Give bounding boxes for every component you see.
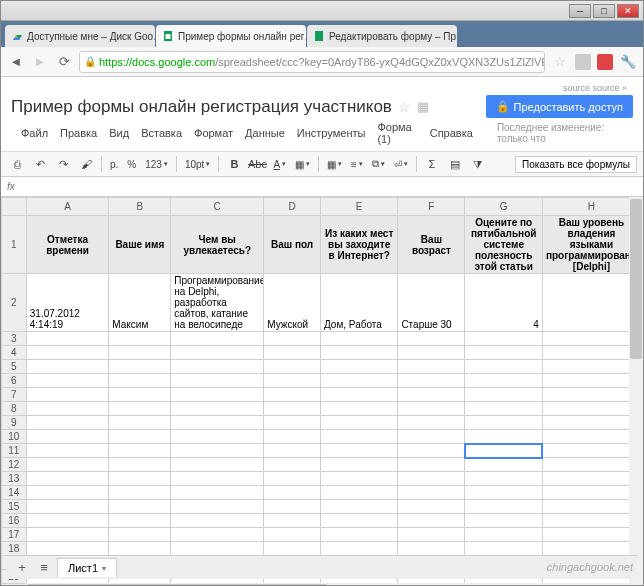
row-header[interactable]: 9 [2, 416, 27, 430]
header-cell[interactable]: Оцените по пятибальной системе полезност… [465, 216, 542, 274]
cell[interactable] [26, 486, 109, 500]
address-bar[interactable]: 🔒 https://docs.google.com/spreadsheet/cc… [79, 51, 545, 73]
cell[interactable] [465, 514, 542, 528]
cell[interactable] [171, 514, 264, 528]
menu-view[interactable]: Вид [109, 127, 129, 139]
cell[interactable] [109, 402, 171, 416]
rounding-dropdown[interactable]: 123▾ [142, 159, 171, 170]
cell[interactable] [109, 458, 171, 472]
cell[interactable] [264, 514, 321, 528]
cell[interactable] [542, 542, 640, 556]
formula-bar[interactable]: fx [1, 177, 643, 197]
cell[interactable] [398, 416, 465, 430]
forward-button[interactable]: ► [31, 53, 49, 71]
cell[interactable] [320, 514, 397, 528]
menu-edit[interactable]: Правка [60, 127, 97, 139]
all-sheets-button[interactable]: ≡ [35, 559, 53, 577]
cell[interactable] [26, 388, 109, 402]
cell[interactable]: Старше 30 [398, 274, 465, 332]
row-header[interactable]: 1 [2, 216, 27, 274]
cell[interactable] [398, 374, 465, 388]
row-header[interactable]: 3 [2, 332, 27, 346]
cell[interactable] [264, 472, 321, 486]
header-cell[interactable]: Из каких мест вы заходите в Интернет? [320, 216, 397, 274]
cell[interactable] [465, 486, 542, 500]
cell[interactable] [26, 430, 109, 444]
print-icon[interactable]: ⎙ [7, 154, 27, 174]
cell[interactable] [320, 346, 397, 360]
vertical-scrollbar[interactable] [629, 197, 643, 586]
merge-dropdown[interactable]: ⧉▾ [369, 158, 388, 170]
cell[interactable] [171, 402, 264, 416]
browser-tab-0[interactable]: Доступные мне – Диск Goo… × [5, 25, 155, 47]
cell[interactable] [398, 514, 465, 528]
menu-tools[interactable]: Инструменты [297, 127, 366, 139]
cell[interactable] [264, 528, 321, 542]
cell[interactable] [320, 416, 397, 430]
cell[interactable] [109, 514, 171, 528]
cell[interactable] [171, 430, 264, 444]
source-link[interactable]: source source » [11, 83, 633, 93]
undo-icon[interactable]: ↶ [30, 154, 50, 174]
cell[interactable] [542, 486, 640, 500]
cell[interactable] [109, 430, 171, 444]
cell[interactable] [398, 388, 465, 402]
cell[interactable] [109, 444, 171, 458]
percent-button[interactable]: % [124, 159, 139, 170]
row-header[interactable]: 10 [2, 430, 27, 444]
cell[interactable] [320, 430, 397, 444]
cell[interactable] [26, 346, 109, 360]
cell[interactable] [171, 332, 264, 346]
cell[interactable] [542, 360, 640, 374]
cell[interactable] [398, 542, 465, 556]
cell[interactable] [171, 486, 264, 500]
folder-icon[interactable]: ▦ [417, 99, 429, 114]
cell[interactable] [320, 528, 397, 542]
cell[interactable] [171, 388, 264, 402]
menu-help[interactable]: Справка [430, 127, 473, 139]
cell[interactable]: Программирование на Delphi, разработка с… [171, 274, 264, 332]
cell[interactable] [542, 444, 640, 458]
cell[interactable] [264, 332, 321, 346]
cell[interactable] [109, 416, 171, 430]
row-header[interactable]: 7 [2, 388, 27, 402]
cell[interactable] [320, 332, 397, 346]
cell[interactable] [264, 374, 321, 388]
cell[interactable] [171, 472, 264, 486]
cell[interactable] [264, 486, 321, 500]
row-header[interactable]: 8 [2, 402, 27, 416]
cell[interactable] [264, 402, 321, 416]
cell[interactable] [542, 472, 640, 486]
cell[interactable] [171, 444, 264, 458]
cell[interactable] [465, 346, 542, 360]
cell[interactable] [26, 332, 109, 346]
cell[interactable] [26, 500, 109, 514]
cell[interactable] [542, 402, 640, 416]
cell[interactable] [320, 500, 397, 514]
column-header[interactable]: C [171, 198, 264, 216]
cell[interactable] [320, 472, 397, 486]
window-maximize-button[interactable]: □ [593, 4, 615, 18]
column-header[interactable]: E [320, 198, 397, 216]
cell[interactable] [320, 542, 397, 556]
cell[interactable] [465, 416, 542, 430]
cell[interactable] [264, 360, 321, 374]
borders-dropdown[interactable]: ▦▾ [324, 159, 345, 170]
column-header[interactable]: D [264, 198, 321, 216]
column-header[interactable]: G [465, 198, 542, 216]
cell[interactable] [542, 500, 640, 514]
menu-form[interactable]: Форма (1) [377, 121, 417, 145]
cell[interactable] [398, 360, 465, 374]
cell[interactable] [465, 500, 542, 514]
cell[interactable]: 4 [465, 274, 542, 332]
row-header[interactable]: 5 [2, 360, 27, 374]
cell[interactable] [465, 430, 542, 444]
cell[interactable] [264, 458, 321, 472]
cell[interactable] [109, 486, 171, 500]
cell[interactable] [398, 486, 465, 500]
cell[interactable]: 31.07.2012 4:14:19 [26, 274, 109, 332]
header-cell[interactable]: Ваш возраст [398, 216, 465, 274]
align-dropdown[interactable]: ≡▾ [348, 159, 366, 170]
cell[interactable] [398, 472, 465, 486]
text-color-dropdown[interactable]: A▾ [270, 159, 289, 170]
